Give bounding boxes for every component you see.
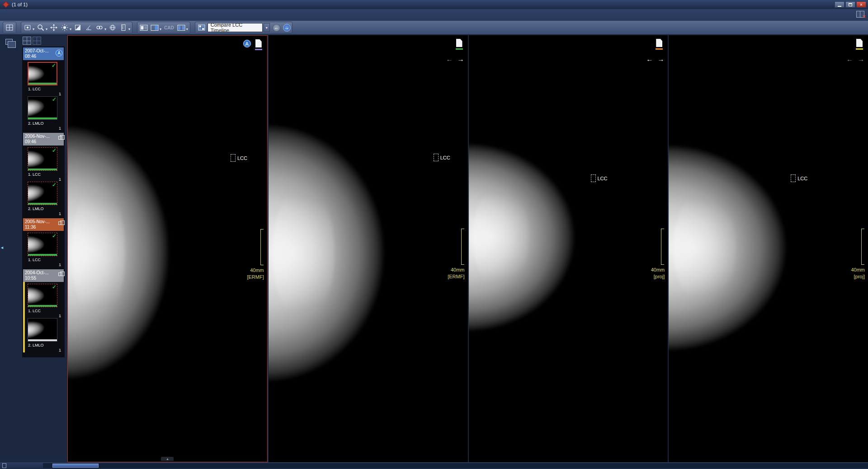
study-header[interactable]: 2004-Oct-... 10:55 <box>23 269 64 282</box>
report-document-button[interactable] <box>854 39 864 50</box>
image-mode: [ERMF] <box>247 274 264 281</box>
scale-bracket-icon <box>661 229 664 265</box>
zoom-tool-button[interactable] <box>36 23 46 33</box>
thumbnail-lcc[interactable]: ✓ <box>28 62 57 85</box>
prev-image-arrow[interactable]: ← <box>646 55 653 63</box>
angle-measure-tool-button[interactable] <box>84 23 94 33</box>
thumbnail-list: ✓ 1. LCC 1 ✓ 2. LMLO 1 <box>23 145 64 216</box>
thumbnail-lmlo[interactable]: ✓ <box>28 96 57 120</box>
study-sidebar: 2007-Oct-... 08:46 A ✓ 1. LCC 1 ✓ <box>22 35 65 462</box>
prev-image-arrow[interactable]: ← <box>846 55 853 63</box>
image-text-view-button[interactable] <box>139 23 149 33</box>
minimize-button[interactable] <box>835 1 844 8</box>
status-bar-strip <box>28 305 57 307</box>
viewport-grid: A LCC 40mm [ERMF] ▲ <box>65 35 868 462</box>
link-tool-button[interactable] <box>94 23 104 33</box>
ruler-tool-button[interactable] <box>118 23 128 33</box>
check-icon: ✓ <box>52 284 57 290</box>
status-bar <box>0 462 868 469</box>
scale-bracket-icon <box>861 229 864 265</box>
stack-layout-icon <box>58 221 62 225</box>
window-title: (1 of 1) <box>12 2 28 7</box>
thumbnail-layout-icon[interactable] <box>23 37 31 45</box>
thumbnail-lcc[interactable]: ✓ <box>28 147 57 171</box>
horizontal-scrollbar[interactable] <box>43 463 868 468</box>
previous-step-button[interactable]: ← <box>273 24 280 32</box>
thumbnail-lcc[interactable]: ✓ <box>28 233 57 256</box>
study-group-2005: 2005-Nov-... 11:36 ✓ 1. LCC 1 <box>23 218 64 267</box>
viewport-1[interactable]: A LCC 40mm [ERMF] ▲ <box>67 35 268 462</box>
study-header[interactable]: 2007-Oct-... 08:46 A <box>23 47 64 60</box>
thumbnail-lmlo[interactable] <box>28 318 57 342</box>
check-icon: ✓ <box>52 62 56 69</box>
cad-label: CAD <box>163 25 175 30</box>
study-header[interactable]: 2005-Nov-... 11:36 <box>23 218 64 231</box>
image-mode: [ERMF] <box>448 273 464 280</box>
invert-tool-button[interactable] <box>73 23 83 33</box>
image-navigation: ← → <box>846 55 864 63</box>
thumbnail-count: 1 <box>28 177 64 182</box>
thumbnail-lmlo[interactable]: ✓ <box>28 182 57 205</box>
globe-tool-button[interactable] <box>108 23 118 33</box>
thumbnail-label: 2. LMLO <box>28 120 64 126</box>
compare-mode-select[interactable]: Compare LCC Timeline <box>208 23 263 32</box>
split-view-caret-icon[interactable]: ▾ <box>160 27 161 31</box>
view-label: LCC <box>797 176 807 181</box>
menu-band: ✕ <box>0 9 868 21</box>
image-navigation: ← → <box>646 55 664 63</box>
viewport-2[interactable]: ← → LCC 40mm [ERMF] <box>269 35 468 462</box>
marker-tool-button[interactable] <box>23 23 33 33</box>
link-caret-icon[interactable]: ▾ <box>104 27 106 31</box>
compare-grid-icon[interactable] <box>197 23 207 33</box>
next-image-arrow[interactable]: → <box>458 55 464 63</box>
next-image-arrow[interactable]: → <box>657 55 664 63</box>
next-image-arrow[interactable]: → <box>858 55 864 63</box>
mammogram-image <box>269 125 384 381</box>
red-x-icon: ✕ <box>862 14 866 19</box>
window-level-tool-button[interactable] <box>60 23 70 33</box>
next-step-button[interactable]: → <box>283 24 291 32</box>
scrollbar-thumb[interactable] <box>52 464 99 468</box>
viewport-3[interactable]: ← → LCC 40mm [proj] <box>469 35 668 462</box>
dual-column-view-button[interactable] <box>176 23 186 33</box>
study-group-2006: 2006-Nov-... 09:46 ✓ 1. LCC 1 ✓ <box>23 133 64 216</box>
check-icon: ✓ <box>52 182 57 188</box>
viewport-4[interactable]: ← → LCC 40mm [proj] <box>669 35 868 462</box>
report-document-button[interactable] <box>454 39 464 50</box>
window-level-caret-icon[interactable]: ▾ <box>70 27 71 31</box>
study-header[interactable]: 2006-Nov-... 09:46 <box>23 133 64 145</box>
viewport-collapse-button[interactable]: ▲ <box>161 457 174 461</box>
collapse-panel-icon[interactable]: ◄ <box>0 245 4 250</box>
compare-select-caret-icon[interactable]: ▾ <box>264 23 270 32</box>
check-icon: ✓ <box>52 96 57 103</box>
zoom-dropdown-caret-icon[interactable]: ▾ <box>46 27 47 31</box>
crop-marker-icon <box>791 174 796 182</box>
close-button[interactable]: × <box>856 1 866 8</box>
scale-indicator: 40mm [ERMF] <box>448 229 464 280</box>
hanging-protocol-button[interactable] <box>5 23 14 33</box>
thumbnail-layout-alt-icon[interactable] <box>33 37 41 45</box>
maximize-button[interactable] <box>845 1 855 8</box>
prev-image-arrow[interactable]: ← <box>446 55 453 63</box>
status-bar-strip <box>28 169 57 170</box>
check-icon: ✓ <box>52 233 57 239</box>
thumbnail-label: 1. LCC <box>28 171 64 177</box>
split-view-button[interactable] <box>150 23 160 33</box>
report-document-button[interactable] <box>654 39 664 50</box>
windows-overlap-icon[interactable] <box>5 39 13 45</box>
close-layout-icon[interactable]: ✕ <box>856 11 864 18</box>
content-area: ◄ 2007-Oct-... 08:46 A ✓ <box>0 35 868 462</box>
pan-tool-button[interactable] <box>49 23 59 33</box>
thumbnail-lcc[interactable]: ✓ <box>28 284 57 307</box>
status-bar-strip <box>28 83 57 84</box>
cad-toggle-button[interactable]: CAD <box>163 23 175 33</box>
report-document-button[interactable] <box>254 39 264 50</box>
ruler-caret-icon[interactable]: ▾ <box>128 27 130 31</box>
document-icon <box>656 39 662 47</box>
dual-column-caret-icon[interactable]: ▾ <box>186 27 188 31</box>
view-label: LCC <box>440 155 450 160</box>
study-time: 10:55 <box>25 276 56 281</box>
marker-dropdown-caret-icon[interactable]: ▾ <box>33 27 34 31</box>
image-mode: [proj] <box>851 273 865 280</box>
close-icon: × <box>860 2 863 7</box>
